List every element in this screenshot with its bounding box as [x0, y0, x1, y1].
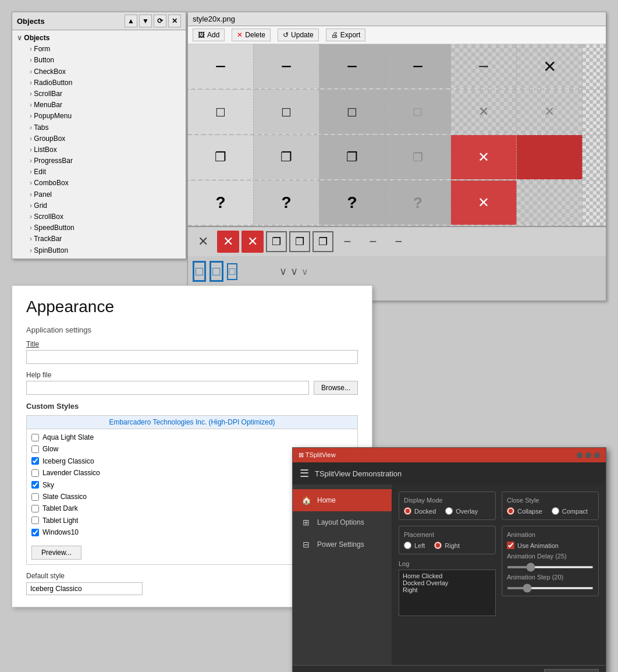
window-dot-2[interactable] [585, 452, 591, 458]
default-style-value: Iceberg Classico [26, 582, 143, 595]
splitview-main: Display Mode Docked Overlay [392, 484, 606, 665]
objects-panel-title: Objects ▲ ▼ ⟳ ✕ [12, 12, 186, 30]
tree-item[interactable]: ScrollBox [25, 211, 181, 222]
chevron1: ∨ [279, 265, 287, 278]
log-box: Home Clicked Docked Overlay Right [399, 570, 496, 616]
radio-docked-input[interactable] [404, 507, 411, 515]
delay-slider[interactable] [507, 566, 594, 568]
radio-overlay-input[interactable] [445, 507, 453, 515]
tree-item[interactable]: GroupBox [25, 133, 181, 144]
radio-right[interactable]: Right [434, 542, 460, 549]
blue-icon2: □ [209, 261, 223, 282]
style-panel-title-text: style20x.png [193, 15, 235, 23]
delete-icon: ✕ [237, 31, 243, 39]
radio-docked[interactable]: Docked [404, 507, 436, 515]
radio-left-input[interactable] [404, 542, 411, 549]
hamburger-menu[interactable]: ☰ [300, 467, 309, 480]
radio-left[interactable]: Left [404, 542, 425, 549]
tree-item[interactable]: Tabs [25, 122, 181, 133]
tree-item[interactable]: CheckBox [25, 66, 181, 77]
refresh-btn[interactable]: ⟳ [154, 15, 166, 27]
add-icon: 🖼 [198, 31, 205, 39]
menu-item-home[interactable]: 🏠 Home [293, 489, 392, 511]
tree-item[interactable]: TrackBar [25, 234, 181, 245]
chevron3: ∨ [301, 266, 308, 277]
browse-button[interactable]: Browse... [314, 381, 358, 395]
update-icon: ↺ [283, 31, 289, 39]
icon-cell: ✕ [517, 44, 583, 89]
radio-left-label: Left [414, 542, 425, 549]
log-entry-3: Right [403, 586, 492, 593]
delete-button[interactable]: ✕ Delete [232, 29, 271, 41]
tree-item[interactable]: Grid [25, 200, 181, 211]
style-check-windows10[interactable] [31, 529, 39, 536]
vcl-style-select[interactable]: CopperDark Windows10 Glow [544, 669, 599, 672]
style-check-slate[interactable] [31, 493, 39, 501]
step-label: Animation Step (20) [507, 574, 594, 581]
tree-item[interactable]: ComboBox [25, 178, 181, 189]
radio-compact-input[interactable] [552, 507, 559, 515]
radio-collapse[interactable]: Collapse [507, 507, 542, 515]
icon-cell: ✕ [451, 90, 517, 134]
tree-item[interactable]: ScrollBar [25, 89, 181, 100]
style-check-tablet-light[interactable] [31, 517, 39, 524]
blue-icon1: □ [193, 261, 206, 282]
icon-cell: − [385, 44, 451, 89]
radio-collapse-input[interactable] [507, 507, 514, 515]
tree-item[interactable]: PopupMenu [25, 111, 181, 122]
tree-item[interactable]: ListBox [25, 144, 181, 155]
style-check-tablet-dark[interactable] [31, 505, 39, 512]
icon-cell: ✕ [451, 181, 517, 225]
title-input[interactable] [26, 350, 358, 364]
step-slider[interactable] [507, 587, 594, 589]
tree-item[interactable]: ProgressBar [25, 155, 181, 167]
radio-right-input[interactable] [434, 542, 442, 549]
menu-item-power[interactable]: ⊟ Power Settings [293, 533, 392, 556]
export-button[interactable]: 🖨 Export [326, 29, 366, 41]
help-file-input[interactable] [26, 381, 309, 395]
menu-label-layout: Layout Options [317, 518, 364, 526]
icon-cell: ✕ [517, 90, 583, 134]
window-dot-3[interactable] [594, 452, 600, 458]
strip-icon-sq2: ❐ [289, 231, 310, 252]
radio-docked-label: Docked [414, 508, 436, 515]
icon-cell: ? [319, 181, 385, 225]
style-check-sky[interactable] [31, 481, 39, 489]
splitview-sidebar: 🏠 Home ⊞ Layout Options ⊟ Power Settings [293, 484, 392, 665]
preview-button[interactable]: Preview... [31, 546, 81, 560]
style-check-aqua[interactable] [31, 434, 39, 441]
log-section: Log Home Clicked Docked Overlay Right [399, 560, 496, 616]
tree-item[interactable]: Form [25, 44, 181, 55]
add-button[interactable]: 🖼 Add [193, 29, 225, 41]
tree-item[interactable]: SpinButton [25, 245, 181, 256]
tree-item[interactable]: Button [25, 55, 181, 66]
radio-compact[interactable]: Compact [552, 507, 588, 515]
tree-item[interactable]: MenuBar [25, 100, 181, 111]
tree-item[interactable]: Panel [25, 189, 181, 200]
style-check-lavender[interactable] [31, 469, 39, 477]
delay-slider-container: Animation Delay (25) [507, 553, 594, 570]
up-btn[interactable]: ▲ [125, 15, 137, 27]
icon-cell: □ [319, 90, 385, 134]
objects-panel: Objects ▲ ▼ ⟳ ✕ Objects Form Button Chec… [12, 12, 186, 259]
style-content: − − − − − ✕ □ □ □ □ ✕ ✕ ❐ ❐ ❐ ❐ ✕ ? ? [188, 44, 606, 300]
down-btn[interactable]: ▼ [139, 15, 152, 27]
radio-overlay[interactable]: Overlay [445, 507, 478, 515]
use-animation-check[interactable]: Use Animation [507, 542, 594, 549]
close-btn[interactable]: ✕ [168, 15, 181, 27]
window-dot-1[interactable] [577, 452, 583, 458]
style-check-glow[interactable] [31, 445, 39, 453]
tree-item[interactable]: RadioButton [25, 77, 181, 89]
icon-cell: □ [385, 90, 451, 134]
use-animation-input[interactable] [507, 542, 514, 549]
sv-col-right: Close Style Collapse Compact [502, 491, 599, 616]
blue-icon3: □ [227, 263, 238, 280]
update-button[interactable]: ↺ Update [278, 29, 319, 41]
tree-root[interactable]: Objects [17, 33, 181, 44]
tree-item[interactable]: SpeedButton [25, 222, 181, 234]
tree-item[interactable]: Edit [25, 167, 181, 178]
appearance-title: Appearance [26, 298, 358, 316]
menu-item-layout[interactable]: ⊞ Layout Options [293, 511, 392, 533]
style-check-iceberg[interactable] [31, 457, 39, 465]
splitview-header-title: TSplitView Demonstration [315, 469, 402, 478]
